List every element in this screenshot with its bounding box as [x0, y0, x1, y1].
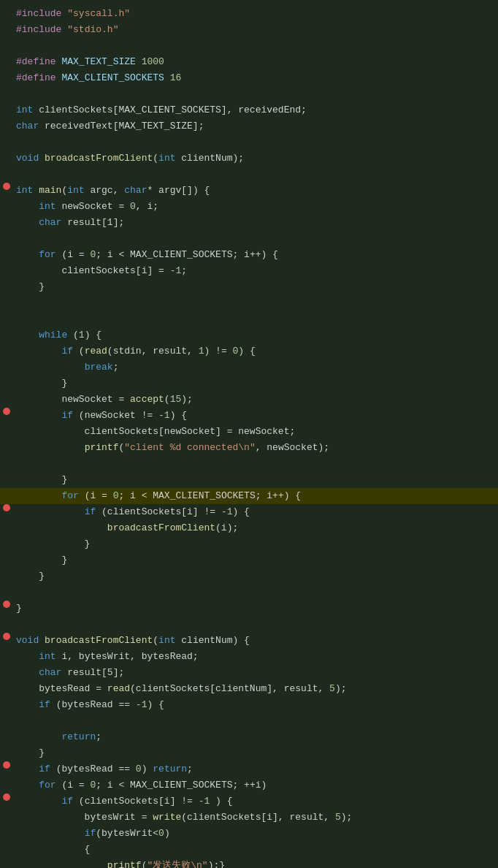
token-plain: }: [16, 474, 67, 485]
token-plain: (clientSockets[i] !=: [96, 506, 221, 517]
token-plain: (: [164, 394, 170, 405]
token-kw: int: [39, 201, 55, 212]
token-plain: receivedText[MAX_TEXT_SIZE];: [39, 121, 204, 132]
token-plain: [16, 217, 39, 228]
code-text: }: [13, 568, 498, 585]
token-plain: }: [16, 378, 67, 389]
token-plain: {: [16, 844, 90, 855]
code-line: clientSockets[newSocket] = newSocket;: [0, 424, 498, 440]
gutter: [0, 504, 13, 511]
token-num: 5: [329, 683, 335, 694]
token-kw: if: [61, 346, 73, 357]
token-plain: (newSocket !=: [73, 410, 158, 421]
token-kw: return: [153, 764, 187, 774]
code-line: [0, 86, 498, 102]
token-num: 1: [199, 346, 204, 357]
code-text: }: [13, 376, 498, 392]
token-num: -1: [221, 506, 233, 517]
code-text: char receivedText[MAX_TEXT_SIZE];: [13, 118, 498, 134]
token-plain: (clientSockets[i] !=: [73, 796, 199, 807]
token-kw: for: [61, 490, 78, 501]
token-plain: ; i < MAX_CLIENT_SOCKETS; i++) {: [118, 490, 301, 501]
code-text: bytesWrit = write(clientSockets[i], resu…: [13, 810, 498, 826]
token-kw: char: [124, 185, 147, 196]
breakpoint-indicator: [3, 793, 10, 801]
token-func: broadcastFromClient: [45, 635, 153, 646]
token-plain: );}: [208, 860, 231, 868]
code-text: char result[1];: [13, 215, 498, 231]
code-text: int newSocket = 0, i;: [13, 199, 498, 215]
gutter: [0, 408, 13, 415]
code-text: #include "stdio.h": [13, 22, 498, 38]
token-plain: [16, 201, 39, 212]
code-line: }: [0, 745, 498, 761]
code-line: [0, 231, 498, 247]
code-line: #define MAX_TEXT_SIZE 1000: [0, 54, 498, 70]
token-macro: MAX_TEXT_SIZE: [61, 56, 135, 67]
token-plain: bytesWrit =: [16, 812, 153, 823]
gutter: [0, 633, 13, 640]
breakpoint-indicator: [3, 183, 10, 190]
code-line: break;: [0, 359, 498, 376]
code-line: int main(int argc, char* argv[]) {: [0, 183, 498, 199]
token-plain: [16, 651, 39, 662]
code-line: [0, 713, 498, 729]
code-line: while (1) {: [0, 327, 498, 343]
token-plain: [16, 522, 107, 533]
gutter: [0, 761, 13, 769]
token-plain: ;: [181, 265, 187, 276]
token-plain: clientSockets[i] =: [16, 265, 170, 276]
token-str: "client %d connected\n": [124, 442, 255, 453]
code-line: char receivedText[MAX_TEXT_SIZE];: [0, 118, 498, 134]
code-text: [13, 311, 498, 327]
token-func: main: [39, 185, 61, 196]
token-plain: newSocket =: [56, 201, 130, 212]
token-kw: int: [16, 185, 33, 196]
token-plain: );: [335, 683, 352, 694]
token-num: -1: [136, 699, 148, 710]
token-plain: (i =: [56, 780, 91, 791]
token-plain: }: [16, 538, 90, 549]
token-plain: [136, 56, 142, 67]
token-func: read: [85, 346, 107, 357]
token-func: printf: [107, 860, 142, 868]
code-line: bytesRead = read(clientSockets[clientNum…: [0, 681, 498, 697]
code-text: break;: [13, 359, 498, 376]
token-plain: ;: [113, 362, 119, 373]
token-plain: (clientSockets[clientNum], result,: [130, 683, 329, 694]
token-plain: (bytesRead ==: [50, 699, 136, 710]
token-plain: , i;: [136, 201, 158, 212]
code-line: }: [0, 279, 498, 295]
token-plain: [16, 330, 39, 340]
code-text: [13, 86, 498, 102]
token-plain: ) {: [85, 330, 101, 340]
token-kw: while: [39, 330, 67, 340]
code-text: #define MAX_TEXT_SIZE 1000: [13, 54, 498, 70]
token-kw: for: [39, 780, 55, 791]
code-text: #define MAX_CLIENT_SOCKETS 16: [13, 70, 498, 86]
token-plain: (: [73, 346, 85, 357]
code-text: if (newSocket != -1) {: [13, 408, 498, 424]
code-line: }: [0, 552, 498, 568]
token-plain: ; i < MAX_CLIENT_SOCKETS; ++i): [96, 780, 267, 791]
token-kw: for: [39, 249, 55, 260]
code-line: if (newSocket != -1) {: [0, 408, 498, 424]
code-line: char result[5];: [0, 665, 498, 681]
token-plain: [16, 346, 61, 357]
code-text: [13, 38, 498, 54]
code-line: if (read(stdin, result, 1) != 0) {: [0, 343, 498, 359]
token-preproc: #define: [16, 72, 56, 83]
token-num: 5: [335, 812, 341, 823]
token-func: broadcastFromClient: [107, 522, 215, 533]
token-macro: MAX_CLIENT_SOCKETS: [61, 72, 164, 83]
code-text: }: [13, 745, 498, 761]
token-kw: break: [85, 362, 113, 373]
token-plain: );: [181, 394, 198, 405]
code-text: [13, 134, 498, 151]
token-plain: ;: [96, 731, 101, 742]
code-line: [0, 167, 498, 183]
code-line: }: [0, 472, 498, 488]
token-kw: int: [158, 153, 175, 164]
token-str: "发送失败\n": [147, 860, 207, 868]
code-line: }: [0, 601, 498, 617]
